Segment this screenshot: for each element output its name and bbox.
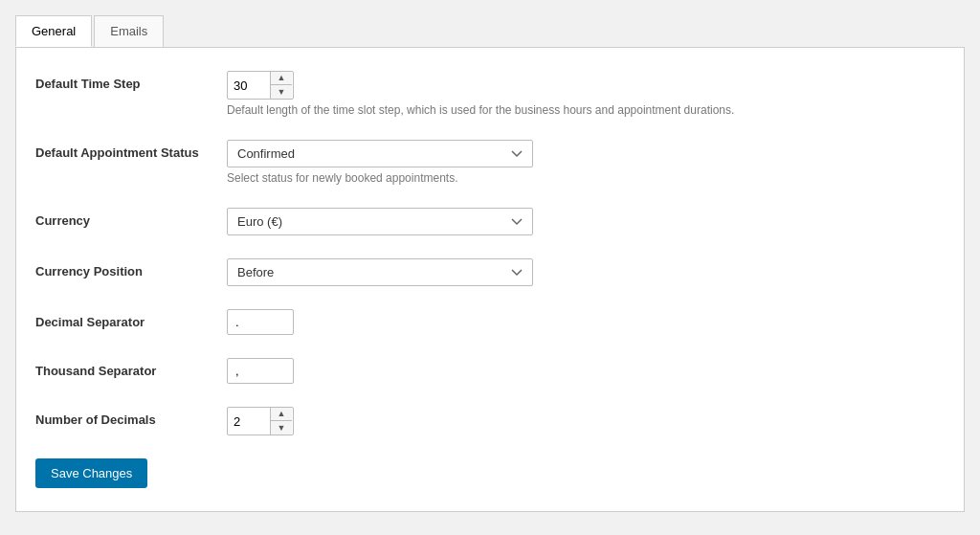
currency-row: Currency Euro (€) US Dollar ($) British … — [35, 208, 945, 235]
default-appointment-status-select[interactable]: Confirmed Pending Cancelled — [227, 140, 533, 167]
tabs-bar: General Emails — [15, 15, 965, 48]
decimal-separator-field — [227, 309, 945, 335]
decimal-separator-input[interactable] — [227, 309, 294, 335]
currency-position-field: Before After — [227, 258, 945, 286]
spinner-buttons: ▲ ▼ — [270, 72, 292, 99]
decimals-input[interactable] — [228, 411, 270, 433]
currency-select[interactable]: Euro (€) US Dollar ($) British Pound (£) — [227, 208, 533, 235]
currency-position-row: Currency Position Before After — [35, 258, 945, 286]
currency-position-select[interactable]: Before After — [227, 258, 533, 286]
default-appointment-status-row: Default Appointment Status Confirmed Pen… — [35, 140, 945, 185]
decimal-separator-row: Decimal Separator — [35, 309, 945, 335]
appointment-status-description: Select status for newly booked appointme… — [227, 171, 945, 185]
decimals-spinner-buttons: ▲ ▼ — [270, 408, 292, 435]
time-step-spinner: ▲ ▼ — [227, 71, 294, 100]
currency-label: Currency — [35, 208, 227, 228]
thousand-separator-label: Thousand Separator — [35, 358, 227, 378]
save-changes-button[interactable]: Save Changes — [35, 458, 147, 488]
number-of-decimals-label: Number of Decimals — [35, 407, 227, 427]
number-of-decimals-field: ▲ ▼ — [227, 407, 945, 435]
thousand-separator-row: Thousand Separator — [35, 358, 945, 384]
settings-panel: Default Time Step ▲ ▼ Default length of … — [15, 48, 965, 512]
time-step-description: Default length of the time slot step, wh… — [227, 103, 945, 117]
save-row: Save Changes — [35, 458, 945, 488]
tab-general[interactable]: General — [15, 15, 92, 47]
thousand-separator-input[interactable] — [227, 358, 294, 384]
spinner-down-button[interactable]: ▼ — [271, 85, 292, 99]
default-appointment-status-label: Default Appointment Status — [35, 140, 227, 160]
spinner-up-button[interactable]: ▲ — [271, 72, 292, 85]
default-time-step-label: Default Time Step — [35, 71, 227, 91]
decimals-spinner-up-button[interactable]: ▲ — [271, 408, 292, 421]
default-time-step-row: Default Time Step ▲ ▼ Default length of … — [35, 71, 945, 117]
currency-position-label: Currency Position — [35, 258, 227, 279]
number-of-decimals-row: Number of Decimals ▲ ▼ — [35, 407, 945, 435]
thousand-separator-field — [227, 358, 945, 384]
decimal-separator-label: Decimal Separator — [35, 309, 227, 329]
default-time-step-field: ▲ ▼ Default length of the time slot step… — [227, 71, 945, 117]
time-step-input[interactable] — [228, 75, 270, 97]
page-wrapper: General Emails Default Time Step ▲ ▼ Def… — [0, 0, 980, 527]
tab-emails[interactable]: Emails — [94, 15, 164, 47]
decimals-spinner: ▲ ▼ — [227, 407, 294, 435]
default-appointment-status-field: Confirmed Pending Cancelled Select statu… — [227, 140, 945, 185]
currency-field: Euro (€) US Dollar ($) British Pound (£) — [227, 208, 945, 235]
decimals-spinner-down-button[interactable]: ▼ — [271, 421, 292, 435]
